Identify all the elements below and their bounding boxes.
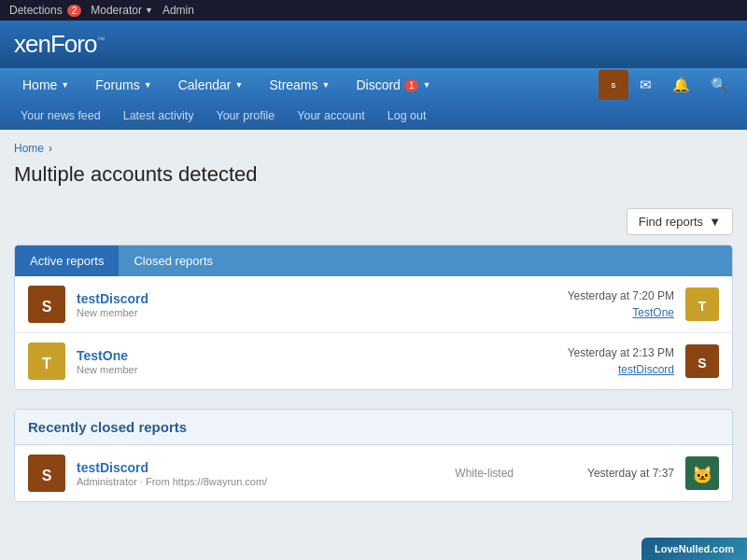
report-time: Yesterday at 7:20 PM [568, 289, 674, 302]
report-role: New member [77, 307, 514, 318]
tab-closed-reports[interactable]: Closed reports [119, 245, 228, 276]
page-title: Multiple accounts detected [14, 162, 733, 194]
recently-closed-block: Recently closed reports S testDiscord Ad… [14, 409, 733, 502]
sub-nav-your-account[interactable]: Your account [286, 102, 376, 130]
report-role: New member [77, 364, 514, 375]
recently-closed-header: Recently closed reports [15, 410, 732, 445]
svg-text:T: T [42, 356, 51, 371]
find-reports-container: Find reports ▼ [14, 208, 733, 235]
nav-discord-label: Discord [356, 77, 400, 92]
nav-calendar[interactable]: Calendar ▼ [165, 68, 257, 102]
nav-streams-arrow: ▼ [322, 80, 331, 90]
nav-forums-label: Forums [95, 77, 139, 92]
sub-nav: Your news feed Latest activity Your prof… [0, 102, 747, 130]
envelope-icon: ✉ [640, 77, 652, 93]
find-reports-button[interactable]: Find reports ▼ [627, 208, 733, 235]
logo-bar: xenForo™ [0, 21, 747, 68]
breadcrumb: Home › [0, 134, 747, 162]
nav-discord[interactable]: Discord 1 ▼ [343, 68, 444, 102]
report-username[interactable]: testDiscord [77, 460, 148, 475]
detections-link[interactable]: Detections 2 [9, 4, 81, 17]
svg-text:S: S [42, 468, 52, 483]
user-avatar-svg: S [28, 455, 65, 492]
moderator-label: Moderator [91, 4, 142, 17]
responder-avatar-svg: 🐱 [685, 456, 719, 490]
nav-items: Home ▼ Forums ▼ Calendar ▼ Streams ▼ Dis… [9, 68, 599, 102]
svg-text:🐱: 🐱 [692, 465, 713, 485]
avatar: S [28, 455, 65, 492]
responder-avatar-svg: T [685, 287, 719, 321]
report-meta: Yesterday at 7:37 [525, 467, 674, 480]
nav-forums-arrow: ▼ [144, 80, 152, 90]
messages-icon-btn[interactable]: ✉ [630, 69, 661, 101]
alerts-icon-btn[interactable]: 🔔 [663, 69, 699, 101]
report-time: Yesterday at 7:37 [587, 467, 674, 480]
discord-badge: 1 [404, 79, 419, 91]
responder-avatar-svg: S [685, 344, 719, 378]
search-icon-btn[interactable]: 🔍 [701, 69, 738, 101]
user-avatar-svg: T [28, 343, 65, 380]
closed-report-info: testDiscord Administrator · From https:/… [77, 460, 444, 487]
reports-tabs: Active reports Closed reports [15, 245, 732, 276]
detections-badge: 2 [67, 5, 82, 17]
site-logo[interactable]: xenForo™ [14, 30, 104, 59]
report-username[interactable]: TestOne [77, 348, 128, 363]
avatar: S [28, 286, 65, 323]
responder-avatar: S [685, 344, 719, 378]
nav-forums[interactable]: Forums ▼ [82, 68, 164, 102]
sub-nav-logout[interactable]: Log out [376, 102, 438, 130]
logo-bold: xen [14, 30, 50, 58]
breadcrumb-separator: › [49, 142, 52, 155]
content-area: Home › Multiple accounts detected Find r… [0, 130, 747, 525]
report-time: Yesterday at 2:13 PM [568, 346, 674, 359]
report-info: testDiscord New member [77, 291, 514, 318]
nav-calendar-label: Calendar [178, 77, 232, 92]
nav-home-arrow: ▼ [61, 80, 69, 90]
search-icon: 🔍 [711, 77, 728, 93]
sub-nav-latest-activity[interactable]: Latest activity [112, 102, 205, 130]
sub-nav-news-feed[interactable]: Your news feed [9, 102, 112, 130]
admin-link[interactable]: Admin [162, 4, 194, 17]
nav-discord-arrow: ▼ [422, 80, 430, 90]
user-avatar-svg: S [28, 286, 65, 323]
table-row: T TestOne New member Yesterday at 2:13 P… [15, 333, 732, 389]
watermark-text: LoveNulled.com [655, 543, 734, 554]
logo-tm: ™ [96, 35, 104, 45]
detections-label: Detections [9, 4, 63, 17]
avatar-icon: S [608, 76, 619, 94]
moderator-dropdown[interactable]: Moderator ▼ [91, 4, 153, 17]
nav-streams-label: Streams [269, 77, 317, 92]
report-meta: Yesterday at 7:20 PM TestOne [525, 289, 674, 319]
nav-calendar-arrow: ▼ [234, 80, 243, 90]
reported-by-link[interactable]: TestOne [632, 306, 674, 319]
svg-text:S: S [698, 356, 706, 371]
page-content: Multiple accounts detected Find reports … [0, 162, 747, 521]
find-reports-arrow: ▼ [709, 215, 721, 229]
svg-text:S: S [42, 299, 52, 315]
watermark: LoveNulled.com [641, 538, 747, 560]
nav-home[interactable]: Home ▼ [9, 68, 82, 102]
nav-streams[interactable]: Streams ▼ [256, 68, 343, 102]
report-username[interactable]: testDiscord [77, 291, 148, 306]
reports-block: Active reports Closed reports S testDisc… [14, 245, 733, 390]
tab-active-reports[interactable]: Active reports [15, 245, 119, 276]
status-badge: White-listed [455, 467, 514, 480]
reported-by-link[interactable]: testDiscord [618, 363, 674, 376]
svg-text:T: T [698, 299, 707, 314]
admin-label: Admin [162, 4, 194, 17]
responder-avatar: 🐱 [685, 456, 719, 490]
responder-avatar: T [685, 287, 719, 321]
moderator-arrow: ▼ [145, 6, 153, 15]
avatar: T [28, 343, 65, 380]
admin-bar: Detections 2 Moderator ▼ Admin [0, 0, 747, 21]
breadcrumb-home[interactable]: Home [14, 142, 44, 155]
report-meta: Yesterday at 2:13 PM testDiscord [525, 346, 674, 376]
main-nav: Home ▼ Forums ▼ Calendar ▼ Streams ▼ Dis… [0, 68, 747, 102]
report-sub: Administrator · From https://8wayrun.com… [77, 476, 444, 487]
sub-nav-your-profile[interactable]: Your profile [204, 102, 286, 130]
table-row: S testDiscord New member Yesterday at 7:… [15, 276, 732, 333]
table-row: S testDiscord Administrator · From https… [15, 445, 732, 501]
logo-light: Foro [50, 30, 96, 58]
user-avatar-nav[interactable]: S [599, 70, 628, 100]
nav-icons: S ✉ 🔔 🔍 [599, 69, 738, 101]
